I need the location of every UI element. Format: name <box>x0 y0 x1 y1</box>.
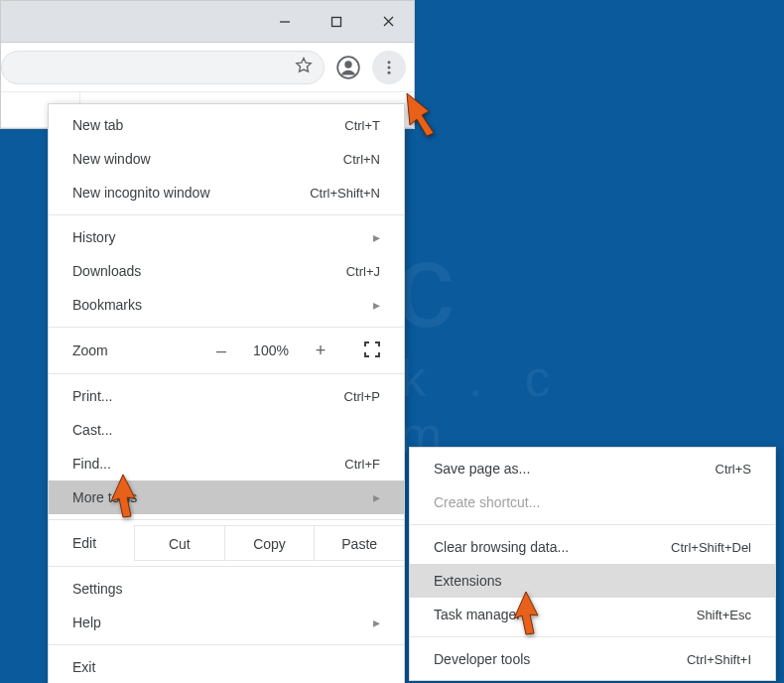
chrome-main-menu: New tab Ctrl+T New window Ctrl+N New inc… <box>48 103 405 683</box>
submenu-item-create-shortcut: Create shortcut... <box>410 485 775 519</box>
zoom-out-button[interactable]: – <box>211 341 231 361</box>
label: Save page as... <box>434 461 716 477</box>
separator <box>410 636 775 637</box>
submenu-item-clear-data[interactable]: Clear browsing data... Ctrl+Shift+Del <box>410 530 775 564</box>
separator <box>49 566 404 567</box>
separator <box>49 327 404 328</box>
menu-item-downloads[interactable]: Downloads Ctrl+J <box>49 254 404 288</box>
zoom-in-button[interactable]: + <box>311 341 330 361</box>
separator <box>49 644 404 645</box>
label: Developer tools <box>434 651 687 667</box>
titlebar <box>1 1 414 43</box>
menu-item-bookmarks[interactable]: Bookmarks ▸ <box>49 288 404 322</box>
shortcut: Ctrl+F <box>344 457 380 472</box>
chevron-right-icon: ▸ <box>373 489 380 505</box>
chevron-right-icon: ▸ <box>373 229 380 245</box>
shortcut: Ctrl+Shift+Del <box>671 540 751 555</box>
zoom-label: Zoom <box>72 342 196 358</box>
submenu-item-extensions[interactable]: Extensions <box>410 564 775 598</box>
svg-point-8 <box>388 70 391 73</box>
submenu-item-save-page[interactable]: Save page as... Ctrl+S <box>410 452 775 485</box>
label: Find... <box>72 456 344 472</box>
label: Create shortcut... <box>434 494 751 510</box>
label: Bookmarks <box>72 297 365 313</box>
menu-item-help[interactable]: Help ▸ <box>49 606 404 639</box>
label: Settings <box>72 581 380 597</box>
edit-paste-button[interactable]: Paste <box>314 525 404 561</box>
minimize-button[interactable] <box>259 1 311 43</box>
label: Clear browsing data... <box>434 539 671 555</box>
shortcut: Ctrl+Shift+N <box>310 186 380 201</box>
label: History <box>72 229 365 245</box>
shortcut: Ctrl+T <box>344 118 380 133</box>
shortcut: Shift+Esc <box>697 608 751 622</box>
submenu-item-task-manager[interactable]: Task manager Shift+Esc <box>410 598 775 631</box>
menu-item-cast[interactable]: Cast... <box>49 413 404 447</box>
menu-item-exit[interactable]: Exit <box>49 650 404 683</box>
kebab-icon <box>380 59 398 76</box>
shortcut: Ctrl+S <box>716 462 751 477</box>
menu-item-new-tab[interactable]: New tab Ctrl+T <box>49 108 404 142</box>
fullscreen-button[interactable] <box>364 342 380 360</box>
label: Extensions <box>434 573 751 589</box>
chevron-right-icon: ▸ <box>373 615 380 630</box>
profile-button[interactable] <box>330 50 366 85</box>
submenu-item-dev-tools[interactable]: Developer tools Ctrl+Shift+I <box>410 642 775 676</box>
menu-item-print[interactable]: Print... Ctrl+P <box>49 379 404 413</box>
menu-item-incognito[interactable]: New incognito window Ctrl+Shift+N <box>49 176 404 209</box>
shortcut: Ctrl+P <box>344 389 380 404</box>
shortcut: Ctrl+J <box>346 264 380 279</box>
label: Print... <box>72 388 344 404</box>
edit-cut-button[interactable]: Cut <box>134 525 224 561</box>
close-button[interactable] <box>362 1 414 43</box>
label: Help <box>72 615 365 630</box>
menu-item-settings[interactable]: Settings <box>49 572 404 606</box>
edit-label: Edit <box>49 535 134 551</box>
annotation-arrow-extensions <box>504 588 554 637</box>
menu-item-history[interactable]: History ▸ <box>49 220 404 254</box>
label: New window <box>72 151 343 167</box>
omnibox[interactable] <box>1 51 325 84</box>
svg-rect-1 <box>332 17 341 26</box>
separator <box>49 214 404 215</box>
svg-point-5 <box>344 61 351 68</box>
menu-item-zoom: Zoom – 100% + <box>49 333 404 368</box>
menu-item-new-window[interactable]: New window Ctrl+N <box>49 142 404 176</box>
shortcut: Ctrl+N <box>343 152 380 167</box>
annotation-arrow-more-tools <box>101 471 151 520</box>
separator <box>49 373 404 374</box>
more-tools-submenu: Save page as... Ctrl+S Create shortcut..… <box>409 447 776 681</box>
fullscreen-icon <box>364 342 380 357</box>
edit-copy-button[interactable]: Copy <box>224 525 315 561</box>
label: Task manager <box>434 607 697 622</box>
shortcut: Ctrl+Shift+I <box>687 652 751 667</box>
menu-item-edit: Edit Cut Copy Paste <box>49 525 404 561</box>
label: Cast... <box>72 422 380 438</box>
zoom-percent: 100% <box>247 342 295 358</box>
label: Downloads <box>72 263 346 279</box>
svg-point-6 <box>388 61 391 64</box>
label: New tab <box>72 117 344 133</box>
toolbar <box>1 43 414 92</box>
annotation-arrow-kebab <box>401 89 451 139</box>
label: Exit <box>72 659 380 675</box>
label: New incognito window <box>72 185 310 201</box>
svg-point-7 <box>388 66 391 68</box>
separator <box>410 524 775 525</box>
maximize-button[interactable] <box>311 1 362 43</box>
bookmark-star-icon[interactable] <box>294 56 314 78</box>
chevron-right-icon: ▸ <box>373 297 380 313</box>
kebab-menu-button[interactable] <box>372 51 406 84</box>
